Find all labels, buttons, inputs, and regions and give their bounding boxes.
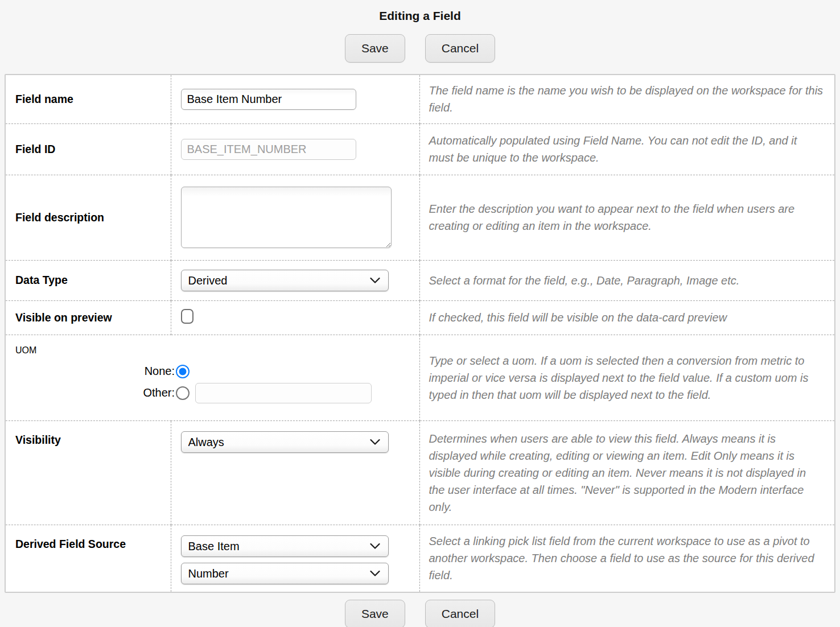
cancel-button-top[interactable]: Cancel bbox=[425, 34, 495, 63]
field-id-row: Field ID Automatically populated using F… bbox=[6, 123, 834, 175]
bottom-action-bar: Save Cancel bbox=[0, 600, 840, 627]
uom-description: Type or select a uom. If a uom is select… bbox=[419, 335, 834, 420]
save-button-top[interactable]: Save bbox=[345, 34, 405, 63]
derived-source-field-select[interactable]: Number bbox=[181, 563, 389, 584]
field-description-description: Enter the description you want to appear… bbox=[419, 175, 834, 260]
edit-field-page: Editing a Field Save Cancel Field name T… bbox=[0, 9, 840, 627]
visible-on-preview-row: Visible on preview If checked, this fiel… bbox=[6, 300, 834, 335]
data-type-row: Data Type Derived Select a format for th… bbox=[6, 260, 834, 300]
field-id-input bbox=[181, 139, 356, 160]
cancel-button-bottom[interactable]: Cancel bbox=[425, 600, 495, 627]
derived-field-source-label: Derived Field Source bbox=[6, 525, 171, 592]
uom-other-radio[interactable] bbox=[176, 386, 190, 400]
uom-row: UOM None: Other: Type or select a uom. I… bbox=[6, 335, 834, 420]
field-description-textarea[interactable] bbox=[181, 187, 392, 248]
visibility-label: Visibility bbox=[6, 420, 171, 525]
top-action-bar: Save Cancel bbox=[0, 34, 840, 63]
uom-none-radio[interactable] bbox=[176, 365, 190, 378]
field-id-description: Automatically populated using Field Name… bbox=[419, 123, 834, 175]
field-description-row: Field description Enter the description … bbox=[6, 175, 834, 260]
visibility-select[interactable]: Always bbox=[181, 431, 389, 453]
field-name-row: Field name The field name is the name yo… bbox=[6, 75, 834, 123]
data-type-description: Select a format for the field, e.g., Dat… bbox=[419, 260, 834, 300]
visible-on-preview-description: If checked, this field will be visible o… bbox=[419, 300, 834, 335]
field-settings-table: Field name The field name is the name yo… bbox=[5, 74, 835, 593]
derived-source-workspace-select[interactable]: Base Item bbox=[181, 535, 389, 557]
data-type-label: Data Type bbox=[6, 260, 171, 300]
uom-other-input[interactable] bbox=[195, 383, 372, 403]
visible-on-preview-checkbox[interactable] bbox=[181, 309, 193, 324]
derived-field-source-description: Select a linking pick list field from th… bbox=[419, 525, 834, 592]
field-id-label: Field ID bbox=[6, 123, 171, 175]
field-name-label: Field name bbox=[6, 75, 171, 123]
field-name-description: The field name is the name you wish to b… bbox=[419, 75, 834, 123]
visible-on-preview-label: Visible on preview bbox=[6, 300, 171, 335]
uom-none-label: None: bbox=[129, 365, 176, 378]
data-type-select[interactable]: Derived bbox=[181, 270, 389, 291]
uom-other-label: Other: bbox=[129, 386, 176, 399]
field-description-label: Field description bbox=[6, 175, 171, 260]
visibility-description: Determines when users are able to view t… bbox=[419, 420, 834, 525]
visibility-row: Visibility Always Determines when users … bbox=[6, 420, 834, 525]
uom-radio-group: None: Other: bbox=[129, 365, 419, 403]
save-button-bottom[interactable]: Save bbox=[345, 600, 405, 627]
field-name-input[interactable] bbox=[181, 89, 356, 110]
uom-label: UOM bbox=[15, 345, 36, 355]
page-title: Editing a Field bbox=[0, 9, 840, 23]
derived-field-source-row: Derived Field Source Base Item Number bbox=[6, 525, 834, 592]
